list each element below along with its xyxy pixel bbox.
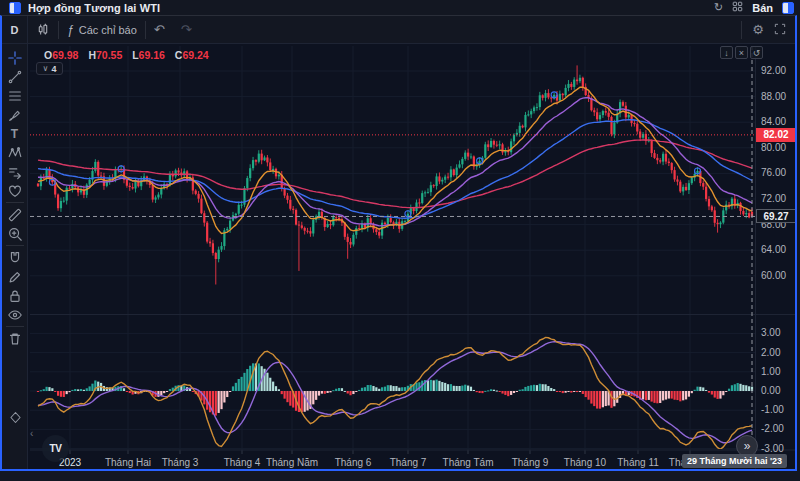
settings-gear-icon[interactable]: ⚙ [752,22,764,37]
high-value: 70.55 [96,49,122,61]
price-tick-label: 92.00 [761,65,786,76]
time-tick-label: Tháng Hai [105,457,151,468]
fullscreen-icon[interactable] [774,21,786,39]
collapsed-count: 4 [51,64,56,74]
tradingview-logo-icon-right[interactable] [782,2,794,14]
layout-grid-icon[interactable] [732,1,743,14]
text-tool-icon[interactable]: T [4,124,26,143]
collapse-left-icon[interactable]: ‹ [30,428,33,439]
price-tick-label: 60.00 [761,270,786,281]
ohlc-legend: O69.98 H70.55 L69.16 C69.24 [44,49,209,61]
collapsed-indicators-badge[interactable]: ∨ 4 [36,62,63,75]
chart-toolbar: ƒ Các chỉ báo ↶ ↷ ⚙ [28,16,796,44]
price-tick-label: 72.00 [761,193,786,204]
refresh-icon[interactable]: ↻ [714,2,723,13]
crosshair-price-label: 69.27 [756,209,796,223]
title-bar-actions: ↻ Bán [714,0,794,15]
heart-icon[interactable] [4,181,26,200]
time-tick-label: Tháng Tám [443,457,494,468]
price-tick-label: 76.00 [761,167,786,178]
indicator-tick-label: 0.00 [761,385,780,396]
time-tick-label: Tháng 10 [564,457,606,468]
high-label: H [88,49,96,61]
candle-style-button[interactable] [28,16,58,43]
pane-close-button[interactable]: × [735,46,748,59]
sell-button[interactable]: Bán [752,2,773,14]
fib-retracement-icon[interactable] [4,86,26,105]
price-tick-label: 84.00 [761,116,786,127]
pane-reset-button[interactable]: ↺ [750,46,763,59]
drawing-toolbar: D T [2,16,28,469]
indicators-button[interactable]: ƒ Các chỉ báo [59,16,145,43]
indicator-tick-label: -3.00 [761,443,784,454]
toolbar-separator [741,21,742,39]
chart-background [2,16,796,469]
redo-button[interactable]: ↷ [173,16,200,43]
time-tick-label: Tháng 6 [335,457,372,468]
lock-icon[interactable] [4,286,26,305]
time-tick-label: Tháng 7 [390,457,427,468]
brush-icon[interactable] [4,105,26,124]
symbol-title: Hợp đồng Tương lai WTI [28,2,160,14]
indicators-label: Các chỉ báo [79,24,137,36]
toolbar-right-group: ⚙ [741,21,796,39]
crosshair-date-label: 29 Tháng Mười hai '23 [682,454,787,468]
open-label: O [44,49,52,61]
draw-lock-icon[interactable] [4,267,26,286]
interval-button[interactable]: D [2,16,27,44]
time-tick-label: Tháng 11 [617,457,659,468]
price-tick-label: 80.00 [761,142,786,153]
indicator-tick-label: -2.00 [761,423,784,434]
zoom-in-icon[interactable] [4,224,26,243]
pane-move-down-button[interactable]: ↓ [720,46,733,59]
time-tick-label: Tháng 3 [162,457,199,468]
trash-icon[interactable] [4,329,26,348]
xabcd-pattern-icon[interactable] [4,143,26,162]
close-value: 69.24 [182,49,208,61]
ruler-icon[interactable] [4,205,26,224]
title-bar: Hợp đồng Tương lai WTI ↻ Bán [0,0,800,15]
time-tick-label: Tháng Năm [266,457,318,468]
time-tick-label: Tháng 9 [512,457,549,468]
alert-price-label[interactable]: 82.02 [756,128,796,142]
pane-controls: ↓ × ↺ [720,46,763,59]
trend-line-icon[interactable] [4,67,26,86]
crosshair-icon[interactable] [4,48,26,67]
open-value: 69.98 [52,49,78,61]
forecast-icon[interactable] [4,162,26,181]
indicator-tick-label: 1.00 [761,366,780,377]
eye-icon[interactable] [4,305,26,324]
fx-icon: ƒ [67,23,74,37]
magnet-icon[interactable] [4,248,26,267]
tradingview-widget: Hợp đồng Tương lai WTI ↻ Bán ƒ Các chỉ b… [0,0,800,481]
indicator-tick-label: 2.00 [761,347,780,358]
price-tick-label: 64.00 [761,244,786,255]
indicator-tick-label: -1.00 [761,404,784,415]
tradingview-watermark-logo[interactable]: TV [42,435,69,462]
diamond-icon[interactable] [4,408,26,427]
low-value: 69.16 [139,49,165,61]
tradingview-logo-icon[interactable] [9,2,21,14]
indicator-tick-label: 3.00 [761,327,780,338]
undo-button[interactable]: ↶ [146,16,173,43]
time-tick-label: Tháng 4 [224,457,261,468]
chevron-down-icon: ∨ [43,64,49,73]
price-tick-label: 88.00 [761,91,786,102]
